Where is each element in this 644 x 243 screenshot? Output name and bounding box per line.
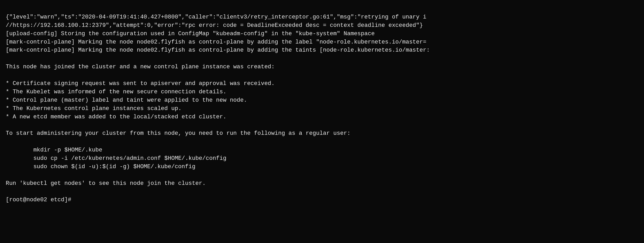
line15: sudo chown $(id -u):$(id -g) $HOME/.kube… bbox=[6, 163, 638, 171]
blank-line bbox=[6, 121, 638, 129]
line7: * Certificate signing request was sent t… bbox=[6, 80, 638, 88]
line6: This node has joined the cluster and a n… bbox=[6, 63, 638, 71]
line8: * The Kubelet was informed of the new se… bbox=[6, 88, 638, 96]
line4: [mark-control-plane] Marking the node no… bbox=[6, 38, 638, 46]
blank-line bbox=[6, 138, 638, 146]
line1: {"level":"warn","ts":"2020-04-09T19:41:4… bbox=[6, 13, 638, 21]
blank-line bbox=[6, 171, 638, 179]
line3: [upload-config] Storing the configuratio… bbox=[6, 30, 638, 38]
line5: [mark-control-plane] Marking the node no… bbox=[6, 46, 638, 54]
line9: * Control plane (master) label and taint… bbox=[6, 96, 638, 105]
line17: [root@node02 etcd]# bbox=[6, 196, 638, 204]
line12: To start administering your cluster from… bbox=[6, 129, 638, 138]
blank-line bbox=[6, 54, 638, 63]
line13: mkdir -p $HOME/.kube bbox=[6, 146, 638, 154]
line2: //https://192.168.100.12:2379","attempt"… bbox=[6, 21, 638, 30]
line14: sudo cp -i /etc/kubernetes/admin.conf $H… bbox=[6, 154, 638, 163]
terminal-output: {"level":"warn","ts":"2020-04-09T19:41:4… bbox=[6, 5, 638, 204]
line11: * A new etcd member was added to the loc… bbox=[6, 113, 638, 121]
line10: * The Kubernetes control plane instances… bbox=[6, 105, 638, 113]
blank-line bbox=[6, 188, 638, 196]
line16: Run 'kubectl get nodes' to see this node… bbox=[6, 179, 638, 188]
blank-line bbox=[6, 71, 638, 80]
